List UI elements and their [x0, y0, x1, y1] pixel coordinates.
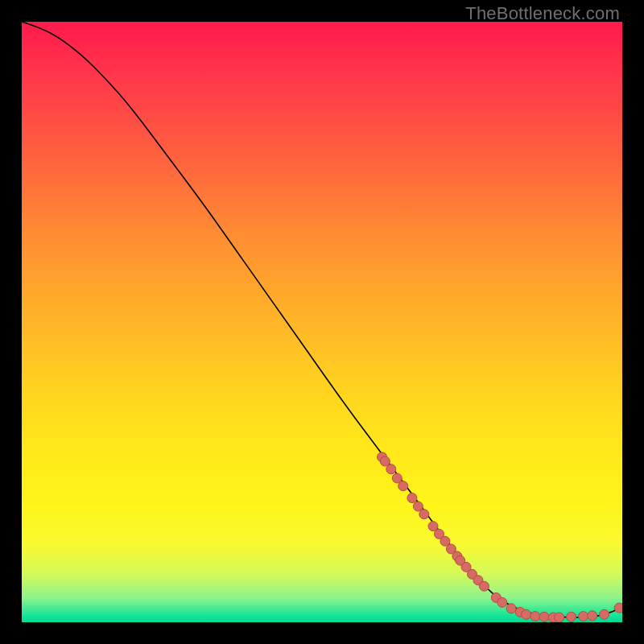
bottleneck-curve — [22, 22, 622, 617]
data-marker — [567, 612, 576, 621]
data-marker — [522, 609, 531, 619]
data-marker — [614, 603, 622, 613]
data-marker — [600, 609, 609, 619]
data-marker — [386, 464, 396, 474]
data-marker — [479, 581, 489, 591]
data-marker — [407, 493, 417, 503]
watermark-text: TheBottleneck.com — [465, 3, 620, 24]
data-markers — [378, 452, 622, 622]
data-marker — [588, 611, 597, 621]
data-marker — [555, 613, 564, 622]
chart-stage: TheBottleneck.com — [0, 0, 644, 644]
chart-svg — [22, 22, 622, 622]
data-marker — [530, 612, 540, 621]
data-marker — [398, 481, 408, 491]
data-marker — [419, 510, 429, 519]
plot-area — [22, 22, 622, 622]
data-marker — [506, 604, 516, 613]
data-marker — [579, 612, 588, 621]
data-marker — [497, 597, 507, 607]
data-marker — [539, 612, 549, 621]
